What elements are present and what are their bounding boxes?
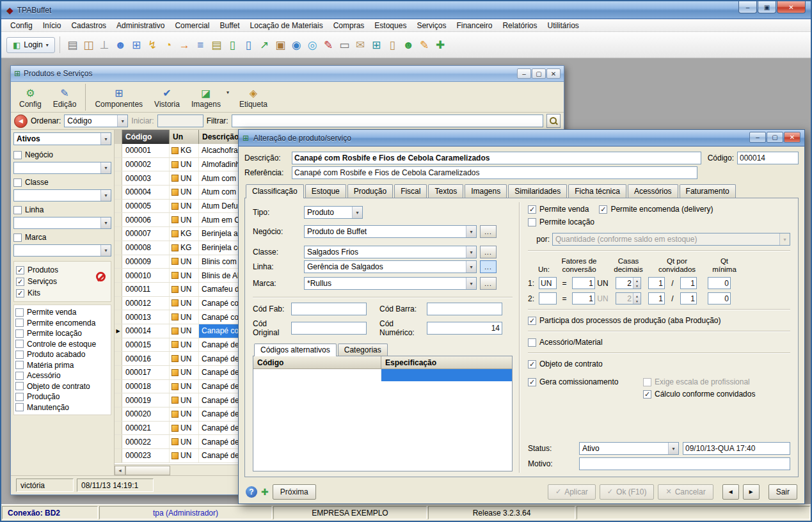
users-icon[interactable]: ☻: [113, 35, 129, 54]
tab-acessorios[interactable]: Acessórios: [628, 184, 678, 198]
filter-classe-combo[interactable]: ▾: [13, 189, 111, 202]
linha-combo[interactable]: Gerência de Salgados ▾: [304, 260, 477, 273]
conv-factor-input-1[interactable]: [572, 277, 595, 289]
scrollbar-thumb[interactable]: [125, 466, 170, 475]
send-document-icon[interactable]: ↗: [257, 35, 273, 54]
filter-objeto-de-contrato-checkbox[interactable]: Objeto de contrato: [15, 381, 109, 392]
dialog-titlebar[interactable]: ⊞ Alteração de produto/serviço – ▢ ✕: [239, 130, 804, 146]
menu-estoques[interactable]: Estoques: [369, 20, 411, 31]
disc-icon[interactable]: ◎: [305, 35, 321, 54]
cod-barra-input[interactable]: [427, 303, 502, 315]
conv-qt-per-input-2[interactable]: [680, 292, 697, 304]
column-header-codigo[interactable]: Código: [122, 130, 170, 144]
products-minimize-button[interactable]: –: [517, 68, 531, 79]
motivo-input[interactable]: [579, 457, 790, 470]
tab-imagens[interactable]: Imagens: [465, 184, 507, 198]
conv-decimals-spinner-1[interactable]: 2▲▼: [616, 277, 641, 289]
conv-un-input-2[interactable]: [539, 292, 557, 304]
alt-table-row[interactable]: [253, 369, 512, 381]
marca-browse-button[interactable]: ...: [480, 277, 497, 290]
menu-servicos[interactable]: Serviços: [411, 20, 451, 31]
status-date-input[interactable]: [683, 442, 790, 455]
marca-combo[interactable]: *Rullus ▾: [304, 277, 477, 290]
filtrar-input[interactable]: [232, 115, 543, 127]
conv-min-input-2[interactable]: [708, 292, 731, 304]
column-header-un[interactable]: Un: [170, 130, 199, 144]
tab-similaridades[interactable]: Similaridades: [508, 184, 567, 198]
tools-icon[interactable]: ✚: [261, 487, 269, 497]
filter-permite-encomenda-checkbox[interactable]: Permite encomenda: [15, 318, 109, 329]
spinner-down-icon[interactable]: ▼: [633, 299, 641, 304]
status-filter-combo[interactable]: Ativos ▾: [13, 132, 111, 145]
classe-browse-button[interactable]: ...: [480, 246, 497, 258]
tab-classificacao[interactable]: Classificação: [246, 184, 304, 198]
gera-comissionamento-checkbox[interactable]: ✓Gera comissionamento: [528, 376, 643, 388]
cancelar-button[interactable]: ✕ Cancelar: [658, 484, 713, 500]
table-icon[interactable]: ⊞: [129, 35, 145, 54]
filter-materia-prima-checkbox[interactable]: Matéria prima: [15, 360, 109, 371]
conv-qt-per-input-1[interactable]: [680, 277, 697, 289]
codigo-input[interactable]: [737, 152, 799, 164]
toolbar-edicao-button[interactable]: ✎Edição: [47, 83, 83, 111]
filter-linha-combo[interactable]: ▾: [13, 217, 111, 229]
clipboard-icon[interactable]: ▯: [385, 35, 401, 54]
dialog-minimize-button[interactable]: –: [749, 132, 766, 143]
cod-numerico-input[interactable]: [427, 322, 502, 335]
products-close-button[interactable]: ✕: [546, 68, 561, 79]
conv-un-input-1[interactable]: [539, 277, 557, 289]
help-icon[interactable]: ?: [246, 486, 257, 498]
cod-original-input[interactable]: [291, 322, 367, 335]
tab-fiscal[interactable]: Fiscal: [394, 184, 427, 198]
toolbar-config-button[interactable]: ⚙Config: [13, 83, 47, 111]
food-icon[interactable]: ◔: [161, 35, 177, 54]
proxima-button[interactable]: Próxima: [273, 484, 316, 500]
next-record-button[interactable]: ►: [743, 484, 760, 500]
add-item-icon[interactable]: ✚: [433, 35, 449, 54]
filter-marca-combo[interactable]: ▾: [13, 244, 111, 257]
filter-producao-checkbox[interactable]: Produção: [15, 391, 109, 402]
envelope-icon[interactable]: ✉: [353, 35, 369, 54]
menu-comercial[interactable]: Comercial: [170, 20, 214, 31]
edit-document-icon[interactable]: ✎: [417, 35, 433, 54]
filter-servicos-checkbox[interactable]: ✓Serviços: [16, 276, 109, 287]
acessorio-material-checkbox[interactable]: Acessório/Material: [528, 336, 790, 348]
conv-qt-guests-input-2[interactable]: [648, 292, 665, 304]
chart-icon[interactable]: ✎: [321, 35, 337, 54]
minimize-button[interactable]: –: [738, 1, 757, 13]
status-combo[interactable]: Ativo ▾: [579, 442, 679, 455]
printer-icon[interactable]: ▤: [65, 35, 81, 54]
tab-faturamento[interactable]: Faturamento: [680, 184, 736, 198]
sair-button[interactable]: Sair: [768, 484, 797, 500]
filter-manutencao-checkbox[interactable]: Manutenção: [15, 402, 109, 413]
filter-kits-checkbox[interactable]: ✓Kits: [16, 287, 109, 299]
dialog-close-button[interactable]: ✕: [784, 132, 800, 143]
menu-compras[interactable]: Compras: [328, 20, 370, 31]
negocio-browse-button[interactable]: ...: [480, 225, 497, 238]
open-package-icon[interactable]: ◫: [81, 35, 97, 54]
toolbar-imagens-button[interactable]: ◪Imagens: [186, 83, 227, 111]
menu-locacao-de-materiais[interactable]: Locação de Materiais: [245, 20, 328, 31]
menu-financeiro[interactable]: Financeiro: [451, 20, 497, 31]
filter-negocio-combo[interactable]: ▾: [13, 162, 111, 174]
descricao-input[interactable]: [292, 152, 701, 164]
toolbar-componentes-button[interactable]: ⊞Componentes: [89, 83, 148, 111]
back-button[interactable]: ◀: [14, 115, 28, 128]
permite-locacao-checkbox[interactable]: Permite locação: [528, 216, 790, 228]
subtab-codigos-alternativos[interactable]: Códigos alternativos: [254, 344, 337, 356]
toolbar-etiqueta-button[interactable]: ◈Etiqueta: [234, 83, 273, 111]
products-maximize-button[interactable]: ▢: [532, 68, 546, 79]
tab-producao[interactable]: Produção: [347, 184, 393, 198]
menu-buffet[interactable]: Buffet: [214, 20, 244, 31]
objeto-contrato-checkbox[interactable]: ✓Objeto de contrato: [528, 358, 790, 370]
ok-button[interactable]: ✓ Ok (F10): [600, 484, 655, 500]
permite-venda-checkbox[interactable]: ✓Permite venda: [528, 203, 589, 215]
key-icon[interactable]: ↯: [145, 35, 161, 54]
filter-produtos-checkbox[interactable]: ✓Produtos: [16, 264, 109, 276]
monitor-icon[interactable]: ▭: [337, 35, 353, 54]
filter-permite-venda-checkbox[interactable]: Permite venda: [15, 307, 109, 318]
export-icon[interactable]: →: [177, 35, 193, 54]
tab-ficha-tecnica[interactable]: Ficha técnica: [568, 184, 626, 198]
dialog-maximize-button[interactable]: ▢: [767, 132, 783, 143]
scale-icon[interactable]: ⊥: [97, 35, 113, 54]
spinner-up-icon[interactable]: ▲: [633, 278, 641, 283]
